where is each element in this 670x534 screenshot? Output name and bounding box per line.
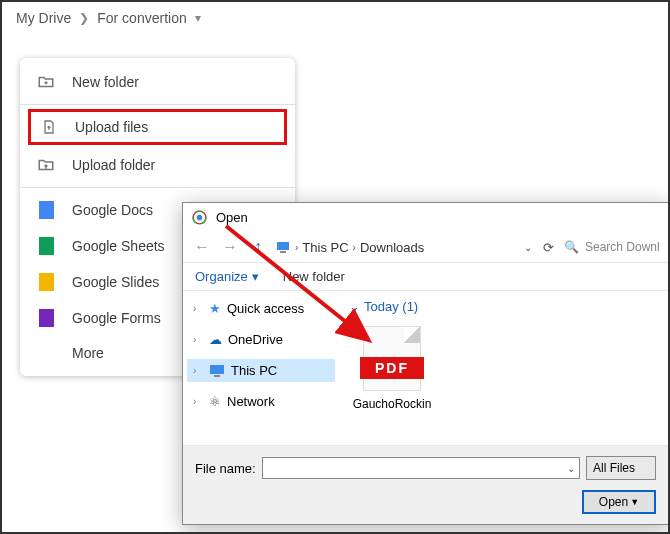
menu-label: More	[72, 345, 104, 361]
search-box[interactable]: 🔍 Search Downloads	[564, 240, 660, 254]
file-item[interactable]: PDF GauchoRockin	[347, 326, 437, 411]
file-name-label: GauchoRockin	[347, 397, 437, 411]
menu-label: Google Docs	[72, 202, 153, 218]
folder-plus-icon	[36, 73, 56, 91]
menu-label: New folder	[72, 74, 139, 90]
tree-label: This PC	[231, 363, 277, 378]
slides-icon	[36, 273, 56, 291]
breadcrumb: My Drive ❯ For convertion ▾	[2, 2, 668, 34]
expand-icon[interactable]: ›	[193, 396, 203, 407]
expand-icon[interactable]: ›	[193, 303, 203, 314]
expand-icon[interactable]: ›	[193, 334, 203, 345]
breadcrumb-root[interactable]: My Drive	[16, 10, 71, 26]
open-button[interactable]: Open ▼	[582, 490, 656, 514]
search-placeholder: Search Downloads	[585, 240, 660, 254]
thispc-path-icon	[275, 239, 291, 255]
group-label: Today (1)	[364, 299, 418, 314]
menu-upload-folder[interactable]: Upload folder	[20, 147, 295, 183]
dialog-nav: ← → ↑ › This PC › Downloads ⌄ ⟳ 🔍 Search…	[183, 232, 668, 262]
pdf-badge: PDF	[360, 357, 424, 379]
expand-icon[interactable]: ›	[193, 365, 203, 376]
svg-rect-4	[280, 251, 286, 253]
dialog-title: Open	[216, 210, 248, 225]
back-button[interactable]: ←	[191, 236, 213, 258]
menu-new-folder[interactable]: New folder	[20, 64, 295, 100]
organize-menu[interactable]: Organize ▾	[195, 269, 259, 284]
dialog-toolbar: Organize ▾ New folder	[183, 262, 668, 291]
refresh-button[interactable]: ⟳	[538, 240, 558, 255]
collapse-icon[interactable]: ⌄	[349, 299, 360, 314]
path-segment[interactable]: Downloads	[360, 240, 424, 255]
filetype-filter[interactable]: All Files	[586, 456, 656, 480]
open-button-label: Open	[599, 495, 628, 509]
tree-onedrive[interactable]: › ☁ OneDrive	[187, 328, 335, 351]
filename-label: File name:	[195, 461, 256, 476]
separator	[20, 104, 295, 105]
cloud-icon: ☁	[209, 332, 222, 347]
svg-rect-5	[210, 365, 224, 374]
separator	[20, 187, 295, 188]
dialog-titlebar: Open	[183, 203, 668, 232]
menu-label: Upload files	[75, 119, 148, 135]
sheets-icon	[36, 237, 56, 255]
dialog-footer: File name: ⌄ All Files Open ▼	[183, 445, 668, 524]
menu-label: Upload folder	[72, 157, 155, 173]
dropdown-icon[interactable]: ▾	[195, 11, 201, 25]
docs-icon	[36, 201, 56, 219]
pdf-icon: PDF	[363, 326, 421, 391]
folder-upload-icon	[36, 156, 56, 174]
svg-point-2	[197, 215, 203, 221]
filename-input[interactable]: ⌄	[262, 457, 580, 479]
menu-upload-files[interactable]: Upload files	[28, 109, 287, 145]
tree-this-pc[interactable]: › This PC	[187, 359, 335, 382]
breadcrumb-folder[interactable]: For convertion	[97, 10, 186, 26]
monitor-icon	[209, 364, 225, 378]
chevron-right-icon: ›	[353, 242, 356, 253]
forward-button[interactable]: →	[219, 236, 241, 258]
network-icon: ⚛	[209, 394, 221, 409]
path-segment[interactable]: This PC	[302, 240, 348, 255]
chevron-right-icon: ❯	[79, 11, 89, 25]
tree-label: Network	[227, 394, 275, 409]
tree-quick-access[interactable]: › ★ Quick access	[187, 297, 335, 320]
svg-rect-3	[277, 242, 289, 250]
search-icon: 🔍	[564, 240, 579, 254]
app-icon	[191, 209, 208, 226]
split-dropdown-icon[interactable]: ▼	[630, 497, 639, 507]
open-file-dialog: Open ← → ↑ › This PC › Downloads ⌄ ⟳ 🔍 S…	[182, 202, 669, 525]
tree-network[interactable]: › ⚛ Network	[187, 390, 335, 413]
star-icon: ★	[209, 301, 221, 316]
svg-rect-6	[214, 375, 220, 377]
file-list[interactable]: ⌄ Today (1) PDF GauchoRockin	[339, 291, 668, 445]
forms-icon	[36, 309, 56, 327]
tree-label: Quick access	[227, 301, 304, 316]
dropdown-icon: ▾	[252, 269, 259, 284]
group-header[interactable]: ⌄ Today (1)	[347, 295, 660, 318]
path-dropdown-icon[interactable]: ⌄	[524, 242, 532, 253]
filter-label: All Files	[593, 461, 635, 475]
up-button[interactable]: ↑	[247, 236, 269, 258]
nav-tree: › ★ Quick access › ☁ OneDrive › This PC …	[183, 291, 339, 445]
new-folder-button[interactable]: New folder	[283, 269, 345, 284]
tree-label: OneDrive	[228, 332, 283, 347]
menu-label: Google Forms	[72, 310, 161, 326]
organize-label: Organize	[195, 269, 248, 284]
menu-label: Google Slides	[72, 274, 159, 290]
chevron-right-icon: ›	[295, 242, 298, 253]
address-bar[interactable]: › This PC › Downloads ⌄	[275, 239, 532, 255]
menu-label: Google Sheets	[72, 238, 165, 254]
file-upload-icon	[39, 118, 59, 136]
